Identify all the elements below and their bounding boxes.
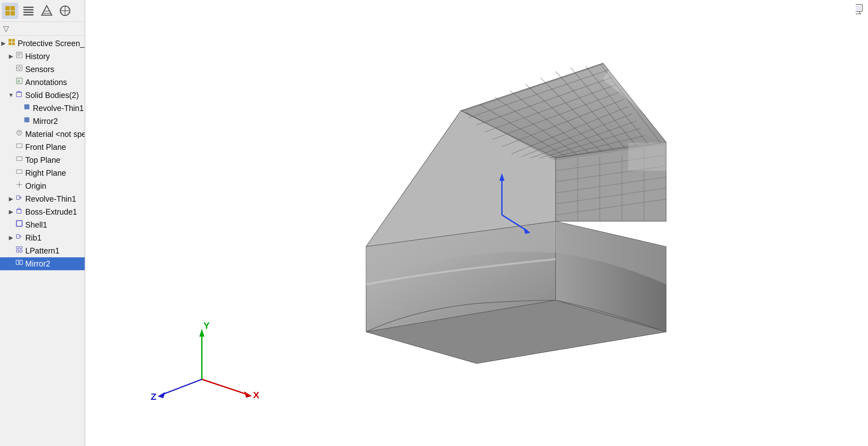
- feature-manager-btn[interactable]: [2, 3, 18, 19]
- svg-rect-7: [23, 14, 33, 16]
- tree-item-lpattern1[interactable]: LPattern1: [0, 244, 85, 257]
- mirror2-label: Mirror2: [25, 258, 82, 269]
- svg-rect-50: [17, 220, 22, 226]
- svg-rect-42: [17, 170, 22, 174]
- root-icon: [7, 38, 17, 49]
- svg-marker-36: [17, 91, 22, 92]
- filter-bar: ▽: [0, 22, 85, 36]
- svg-rect-37: [24, 104, 29, 109]
- svg-text:Z: Z: [151, 391, 156, 402]
- config-manager-btn[interactable]: [38, 3, 55, 19]
- svg-point-45: [19, 184, 20, 185]
- revolve-thin1-body-label: Revolve-Thin1: [33, 103, 84, 114]
- revolve-thin1-expand-icon[interactable]: ▶: [7, 195, 14, 203]
- svg-rect-4: [23, 7, 33, 8]
- tree-item-mirror2-body[interactable]: Mirror2: [0, 115, 85, 128]
- svg-rect-48: [17, 210, 21, 213]
- sensors-icon: [14, 64, 24, 74]
- svg-rect-53: [20, 246, 22, 249]
- material-icon: [14, 129, 24, 139]
- history-icon: [14, 52, 24, 61]
- svg-rect-35: [17, 92, 22, 97]
- tree-item-annotations[interactable]: A Annotations: [0, 76, 85, 89]
- svg-rect-57: [20, 260, 23, 265]
- rib1-expand-icon[interactable]: ▶: [7, 234, 14, 242]
- mirror2-body-label: Mirror2: [33, 116, 82, 127]
- svg-rect-20: [12, 39, 15, 42]
- boss-extrude1-label: Boss-Extrude1: [25, 206, 82, 217]
- annotations-icon: A: [14, 78, 24, 87]
- svg-rect-5: [23, 9, 33, 10]
- tree-item-history[interactable]: ▶ History: [0, 50, 85, 63]
- svg-rect-51: [17, 235, 20, 238]
- boss-extrude1-expand-icon[interactable]: ▶: [7, 208, 14, 216]
- top-plane-icon: [14, 155, 24, 165]
- tree-item-front-plane[interactable]: Front Plane: [0, 141, 85, 154]
- history-expand-icon[interactable]: ▶: [7, 53, 14, 60]
- solid-bodies-expand-icon[interactable]: ▼: [7, 91, 14, 99]
- 3d-viewport[interactable]: Y X Z: [85, 0, 868, 446]
- shell1-icon: [14, 220, 24, 230]
- solid-bodies-icon: [14, 90, 24, 100]
- boss-extrude1-icon: [14, 207, 24, 217]
- shell1-label: Shell1: [25, 219, 82, 231]
- tree-item-sensors[interactable]: Sensors: [0, 63, 85, 76]
- tree-item-rib1[interactable]: ▶ Rib1: [0, 231, 85, 244]
- tree-item-revolve-thin1-body[interactable]: Revolve-Thin1: [0, 102, 85, 115]
- dimxpert-manager-btn[interactable]: [57, 3, 73, 19]
- revolve-thin1-body-icon: [22, 103, 32, 113]
- svg-rect-41: [17, 157, 22, 160]
- svg-marker-8: [42, 6, 52, 15]
- svg-rect-2: [5, 11, 10, 16]
- rib1-icon: [14, 233, 24, 243]
- root-label: Protective Screen_& (Default<<: [18, 38, 85, 49]
- tree-item-origin[interactable]: Origin: [0, 180, 85, 192]
- svg-marker-49: [17, 208, 21, 210]
- revolve-thin1-label: Revolve-Thin1: [25, 194, 82, 205]
- filter-icon: ▽: [3, 24, 9, 33]
- svg-rect-52: [17, 246, 19, 249]
- viewport-area: Y X Z: [85, 0, 868, 446]
- origin-icon: [14, 181, 24, 191]
- svg-text:X: X: [253, 390, 259, 400]
- svg-rect-6: [23, 12, 33, 13]
- svg-rect-46: [17, 196, 20, 200]
- mirror2-body-icon: [22, 116, 32, 126]
- svg-point-28: [18, 67, 21, 69]
- sensors-label: Sensors: [25, 64, 82, 75]
- tree-item-top-plane[interactable]: Top Plane: [0, 154, 85, 167]
- right-plane-label: Right Plane: [25, 168, 82, 179]
- svg-rect-54: [17, 250, 19, 252]
- svg-point-14: [64, 10, 66, 11]
- tree-item-shell1[interactable]: Shell1: [0, 218, 85, 231]
- lpattern1-icon: [14, 246, 24, 256]
- svg-marker-131: [628, 142, 666, 171]
- annotations-label: Annotations: [25, 77, 82, 88]
- origin-label: Origin: [25, 180, 82, 191]
- svg-rect-23: [17, 52, 22, 58]
- rib1-label: Rib1: [25, 232, 82, 243]
- tree-root[interactable]: ▶ Protective Screen_& (Default<<: [0, 37, 85, 50]
- sidebar-toolbar: [0, 0, 85, 22]
- svg-rect-0: [5, 6, 10, 10]
- right-plane-icon: [14, 168, 24, 178]
- svg-rect-56: [16, 260, 19, 265]
- svg-rect-55: [20, 250, 22, 252]
- svg-rect-22: [12, 42, 15, 45]
- tree-item-solid-bodies[interactable]: ▼ Solid Bodies(2): [0, 89, 85, 102]
- feature-tree: ▶ Protective Screen_& (Default<< ▶: [0, 36, 85, 446]
- tree-item-material[interactable]: Material <not specified>: [0, 128, 85, 141]
- tree-item-mirror2[interactable]: Mirror2: [0, 257, 85, 270]
- tree-item-revolve-thin1[interactable]: ▶ Revolve-Thin1: [0, 192, 85, 205]
- svg-rect-21: [8, 42, 11, 45]
- svg-text:Y: Y: [204, 320, 210, 331]
- material-label: Material <not specified>: [25, 129, 85, 140]
- property-manager-btn[interactable]: [20, 3, 37, 19]
- svg-rect-40: [17, 144, 22, 148]
- tree-item-boss-extrude1[interactable]: ▶ Boss-Extrude1: [0, 205, 85, 218]
- solid-bodies-label: Solid Bodies(2): [25, 90, 82, 101]
- root-expand-icon[interactable]: ▶: [0, 39, 7, 48]
- lpattern1-label: LPattern1: [25, 245, 82, 256]
- tree-item-right-plane[interactable]: Right Plane: [0, 167, 85, 180]
- front-plane-label: Front Plane: [25, 142, 82, 153]
